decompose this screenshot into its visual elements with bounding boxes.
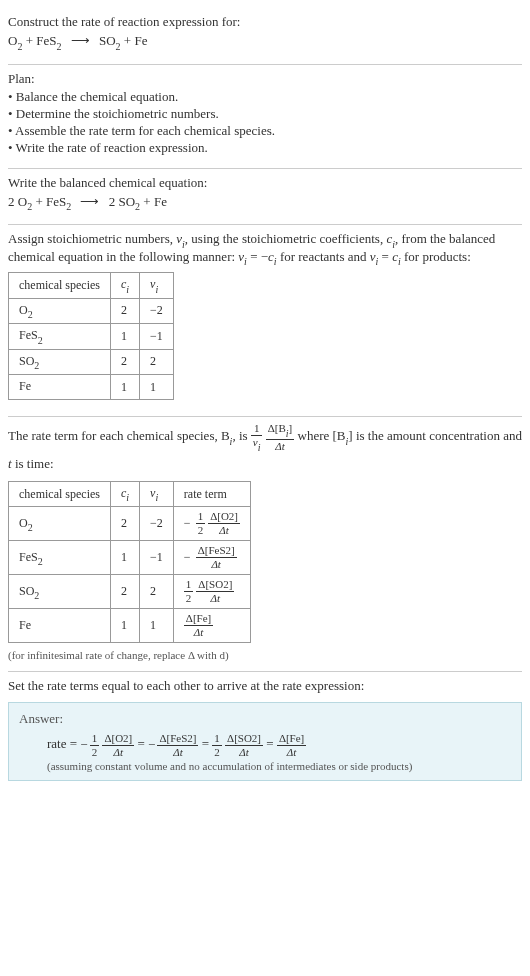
answer-note: (assuming constant volume and no accumul…: [19, 760, 511, 772]
table-header-row: chemical species ci νi: [9, 273, 174, 298]
product-fe: Fe: [134, 33, 147, 48]
table-row: FeS2 1 −1 − Δ[FeS2]Δt: [9, 541, 251, 575]
rateterm-section: The rate term for each chemical species,…: [8, 417, 522, 672]
final-title: Set the rate terms equal to each other t…: [8, 678, 522, 694]
reaction-arrow-icon: ⟶: [71, 33, 90, 49]
col-vi: νi: [140, 273, 174, 298]
stoich-section: Assign stoichiometric numbers, νi, using…: [8, 225, 522, 417]
balanced-equation: 2 O2 + FeS2 ⟶ 2 SO2 + Fe: [8, 194, 522, 212]
plan-item: • Write the rate of reaction expression.: [8, 140, 522, 156]
stoich-table: chemical species ci νi O2 2 −2 FeS2 1 −1…: [8, 272, 174, 400]
stoich-intro: Assign stoichiometric numbers, νi, using…: [8, 231, 522, 266]
rateterm-footnote: (for infinitesimal rate of change, repla…: [8, 649, 522, 661]
frac-dbi-dt: Δ[Bi]Δt: [266, 423, 295, 451]
col-ci: ci: [110, 273, 139, 298]
table-row: O2 2 −2: [9, 298, 174, 323]
table-row: SO2 2 2: [9, 349, 174, 374]
table-row: FeS2 1 −1: [9, 324, 174, 349]
balanced-section: Write the balanced chemical equation: 2 …: [8, 169, 522, 226]
table-row: SO2 2 2 12 Δ[SO2]Δt: [9, 575, 251, 609]
rateterm-table: chemical species ci νi rate term O2 2 −2…: [8, 481, 251, 643]
plan-section: Plan: • Balance the chemical equation. •…: [8, 65, 522, 169]
reaction-arrow-icon: ⟶: [80, 194, 99, 210]
plan-list: • Balance the chemical equation. • Deter…: [8, 89, 522, 156]
table-row: Fe 1 1 Δ[Fe]Δt: [9, 609, 251, 643]
plan-title: Plan:: [8, 71, 522, 87]
reactant-o2: O2: [8, 33, 22, 48]
table-header-row: chemical species ci νi rate term: [9, 481, 251, 506]
plan-item: • Determine the stoichiometric numbers.: [8, 106, 522, 122]
frac-one-over-nu: 1νi: [251, 423, 263, 451]
table-row: Fe 1 1: [9, 374, 174, 399]
plan-item: • Balance the chemical equation.: [8, 89, 522, 105]
answer-box: Answer: rate = −12 Δ[O2]Δt = −Δ[FeS2]Δt …: [8, 702, 522, 781]
rateterm-intro: The rate term for each chemical species,…: [8, 423, 522, 475]
product-so2: SO2: [99, 33, 121, 48]
prompt-title: Construct the rate of reaction expressio…: [8, 14, 522, 30]
table-row: O2 2 −2 − 12 Δ[O2]Δt: [9, 507, 251, 541]
col-species: chemical species: [9, 273, 111, 298]
plan-item: • Assemble the rate term for each chemic…: [8, 123, 522, 139]
answer-label: Answer:: [19, 711, 511, 727]
answer-expression: rate = −12 Δ[O2]Δt = −Δ[FeS2]Δt = 12 Δ[S…: [19, 731, 511, 758]
balanced-title: Write the balanced chemical equation:: [8, 175, 522, 191]
prompt-section: Construct the rate of reaction expressio…: [8, 8, 522, 65]
prompt-equation: O2 + FeS2 ⟶ SO2 + Fe: [8, 33, 522, 51]
final-section: Set the rate terms equal to each other t…: [8, 672, 522, 696]
reactant-fes2: FeS2: [36, 33, 61, 48]
